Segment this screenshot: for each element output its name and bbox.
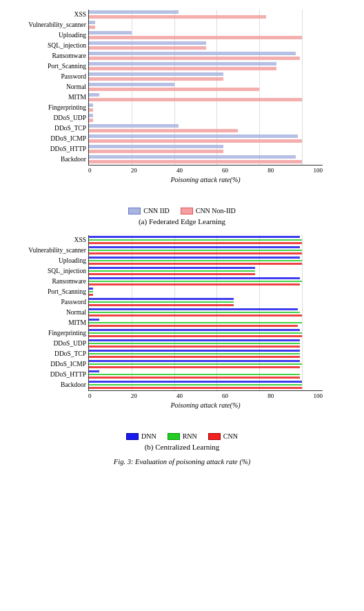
legend-label: CNN IID [143, 207, 170, 214]
bar-row: Backdoor [89, 380, 323, 390]
figure-caption: Fig. 3: Evaluation of poisoning attack r… [6, 458, 358, 465]
bar [89, 283, 300, 286]
bar-row-label: Password [5, 72, 86, 81]
bar [89, 46, 206, 50]
bar-row-label: SQL_injection [5, 266, 86, 276]
bar [89, 339, 300, 341]
legend: CNN IIDCNN Non-IID [6, 207, 358, 214]
bar [89, 139, 302, 143]
legend-item: CNN [208, 432, 238, 440]
bar-row-label: MITM [5, 318, 86, 328]
bar-group [89, 41, 206, 50]
bar [89, 160, 302, 163]
bar-row-label: DDoS_UDP [5, 339, 86, 348]
chart-caption-1: (b) Centralized Learning [6, 443, 358, 451]
bar [89, 77, 223, 81]
bar-group [89, 123, 238, 133]
x-axis-labels: 020406080100 [88, 391, 323, 399]
legend-label: CNN Non-IID [196, 207, 236, 214]
bar-group [89, 30, 302, 40]
chart-caption-0: (a) Federated Edge Learning [6, 217, 358, 226]
x-axis-title: Poisoning attack rate(%) [88, 176, 323, 183]
bar-group [89, 154, 302, 164]
legend-swatch [208, 433, 221, 440]
bar [89, 150, 223, 153]
bar [89, 93, 99, 97]
bar [89, 325, 298, 327]
bar-row-label: Fingerprinting [5, 103, 86, 112]
bar [89, 36, 302, 39]
bar [89, 257, 300, 259]
bar [89, 236, 300, 238]
legend: DNNRNNCNN [6, 432, 358, 440]
bar-row: Password [89, 72, 323, 81]
bar [89, 374, 300, 376]
bar [89, 304, 234, 306]
bar [89, 72, 223, 76]
bar-row-label: Vulnerability_scanner [5, 20, 86, 30]
bar [89, 250, 302, 252]
bar [89, 67, 276, 70]
bar-row: DDoS_ICMP [89, 134, 323, 143]
bar-group [89, 10, 266, 19]
bar-row-label: XSS [5, 235, 86, 245]
bar [89, 134, 298, 138]
bar-row: Vulnerability_scanner [89, 246, 323, 255]
bar [89, 281, 302, 283]
bar [89, 155, 296, 159]
bar [89, 377, 300, 379]
bar [89, 246, 300, 248]
bar-row-label: Uploading [5, 30, 86, 40]
bar-group [89, 51, 300, 61]
bar [89, 98, 302, 101]
x-tick-label: 60 [222, 392, 228, 399]
bar [89, 356, 300, 358]
bar [89, 322, 302, 324]
x-tick-label: 40 [176, 167, 183, 174]
bar-row-label: Ransomware [5, 277, 86, 286]
bar-group [89, 113, 93, 123]
page: XSSVulnerability_scannerUploadingSQL_inj… [0, 0, 364, 472]
bar [89, 41, 206, 45]
bar-row-label: Normal [5, 308, 86, 317]
bar [89, 10, 179, 14]
bar-group [89, 380, 302, 390]
bar-group [89, 266, 255, 276]
bar-group [89, 328, 302, 338]
bar-row-label: DDoS_UDP [5, 113, 86, 123]
bar-row: DDoS_UDP [89, 339, 323, 348]
bar [89, 329, 300, 331]
bar-row-label: Port_Scanning [5, 287, 86, 297]
x-axis-labels: 020406080100 [88, 166, 323, 174]
bar-group [89, 72, 223, 81]
x-tick-label: 0 [88, 392, 92, 399]
x-tick-label: 100 [313, 392, 323, 399]
chart-container-1: XSSVulnerability_scannerUploadingSQL_inj… [6, 232, 358, 430]
bar-row: Fingerprinting [89, 103, 323, 112]
bar [89, 260, 302, 262]
bar-row: Port_Scanning [89, 61, 323, 71]
legend-swatch [128, 208, 141, 214]
bar-row: Backdoor [89, 154, 323, 164]
bar-group [89, 339, 300, 348]
legend-item: CNN IID [128, 207, 170, 214]
chart-container-0: XSSVulnerability_scannerUploadingSQL_inj… [6, 7, 358, 204]
bar [89, 308, 298, 310]
bar-row-label: Ransomware [5, 51, 86, 61]
bar-row-label: Vulnerability_scanner [5, 246, 86, 255]
bar [89, 129, 238, 132]
bar-row-label: DDoS_ICMP [5, 134, 86, 143]
bar-row-label: DDoS_TCP [5, 123, 86, 133]
legend-label: RNN [183, 432, 197, 440]
bar-row-label: Normal [5, 82, 86, 92]
bar-group [89, 349, 300, 359]
bar-group [89, 92, 302, 102]
bar [89, 381, 302, 383]
bar-group [89, 297, 234, 307]
bar-row-label: SQL_injection [5, 41, 86, 50]
bar-group [89, 246, 302, 255]
bar [89, 387, 302, 389]
bar-row-label: DDoS_HTTP [5, 144, 86, 154]
bar-row: DDoS_HTTP [89, 370, 323, 379]
x-tick-label: 60 [222, 167, 228, 174]
